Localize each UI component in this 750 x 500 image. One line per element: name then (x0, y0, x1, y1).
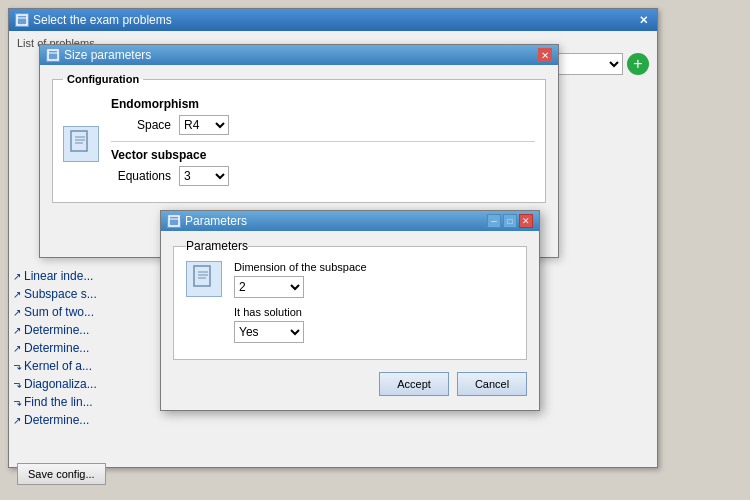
save-config-button[interactable]: Save config... (17, 463, 106, 485)
dimension-select[interactable]: 2 1 3 4 (234, 276, 304, 298)
list-item[interactable]: ↱Diagonaliza... (9, 375, 169, 393)
list-item[interactable]: ↗Subspace s... (9, 285, 169, 303)
dimension-label: Dimension of the subspace (234, 261, 514, 273)
params-fieldset: Parameters Dimension of the subspace 2 1… (173, 239, 527, 360)
svg-rect-4 (71, 131, 87, 151)
outer-close-button[interactable]: ✕ (635, 12, 651, 28)
space-select[interactable]: R4 R2 R3 R5 (179, 115, 229, 135)
accept-button[interactable]: Accept (379, 372, 449, 396)
svg-rect-10 (194, 266, 210, 286)
space-param-row: Space R4 R2 R3 R5 (111, 115, 535, 135)
list-item[interactable]: ↗Determine... (9, 321, 169, 339)
outer-window-title: Select the exam problems (33, 13, 172, 27)
svg-rect-2 (48, 50, 58, 60)
add-button[interactable]: + (627, 53, 649, 75)
params-dialog-icon (167, 214, 181, 228)
dimension-field-group: Dimension of the subspace 2 1 3 4 (234, 261, 514, 298)
outer-title-bar: Select the exam problems ✕ (9, 9, 657, 31)
size-params-icon (46, 48, 60, 62)
params-maximize-button[interactable]: □ (503, 214, 517, 228)
params-dialog: Parameters ─ □ ✕ Parameters Dimension of… (160, 210, 540, 411)
svg-rect-8 (169, 216, 179, 226)
params-section-label: Parameters (186, 239, 248, 253)
params-inner-row: Dimension of the subspace 2 1 3 4 It has… (186, 261, 514, 351)
config-details: Endomorphism Space R4 R2 R3 R5 (111, 97, 535, 190)
svg-rect-0 (17, 15, 27, 25)
solution-label: It has solution (234, 306, 514, 318)
endomorphism-title: Endomorphism (111, 97, 535, 111)
params-dialog-title: Parameters (185, 214, 247, 228)
list-item[interactable]: ↗Linear inde... (9, 267, 169, 285)
configuration-legend: Configuration (63, 73, 143, 85)
params-close-button[interactable]: ✕ (519, 214, 533, 228)
solution-select[interactable]: Yes No (234, 321, 304, 343)
params-title-bar: Parameters ─ □ ✕ (161, 211, 539, 231)
config-row: Endomorphism Space R4 R2 R3 R5 (63, 93, 535, 194)
size-params-close-button[interactable]: ✕ (538, 48, 552, 62)
params-fields: Dimension of the subspace 2 1 3 4 It has… (234, 261, 514, 351)
solution-field-group: It has solution Yes No (234, 306, 514, 343)
configuration-fieldset: Configuration Endomorphism Space R4 R (52, 73, 546, 203)
equations-param-row: Equations 3 1 2 4 (111, 166, 535, 186)
params-content: Parameters Dimension of the subspace 2 1… (161, 231, 539, 410)
equations-label: Equations (111, 169, 171, 183)
vector-subspace-title: Vector subspace (111, 148, 535, 162)
list-item[interactable]: ↱Kernel of a... (9, 357, 169, 375)
problem-list: ↗Linear inde... ↗Subspace s... ↗Sum of t… (9, 267, 169, 467)
list-item[interactable]: ↱Find the lin... (9, 393, 169, 411)
list-item[interactable]: ↗Sum of two... (9, 303, 169, 321)
equations-select[interactable]: 3 1 2 4 (179, 166, 229, 186)
params-doc-icon (186, 261, 222, 297)
size-params-title: Size parameters (64, 48, 151, 62)
params-footer: Accept Cancel (173, 368, 527, 402)
list-item[interactable]: ↗Determine... (9, 411, 169, 429)
outer-window-icon (15, 13, 29, 27)
params-window-controls: ─ □ ✕ (487, 214, 533, 228)
params-minimize-button[interactable]: ─ (487, 214, 501, 228)
config-doc-icon (63, 126, 99, 162)
list-item[interactable]: ↗Determine... (9, 339, 169, 357)
params-cancel-button[interactable]: Cancel (457, 372, 527, 396)
space-label: Space (111, 118, 171, 132)
size-params-title-bar: Size parameters ✕ (40, 45, 558, 65)
